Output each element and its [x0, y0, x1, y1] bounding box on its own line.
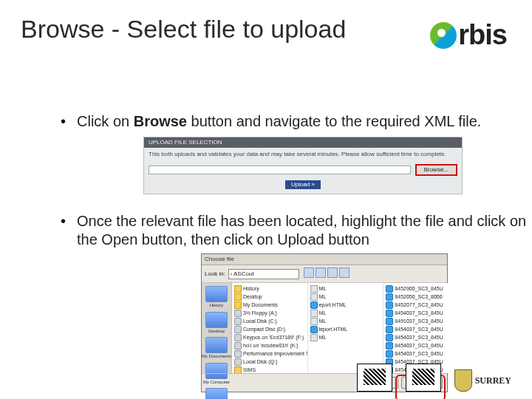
drive-icon — [234, 318, 242, 325]
file-icon — [310, 285, 318, 293]
text: Click on — [77, 113, 134, 129]
folder-icon — [234, 301, 242, 309]
file-entry[interactable]: 8454037_SC3_845U — [386, 325, 457, 333]
file-entry[interactable]: 8491037_SC3_845U — [386, 317, 457, 325]
file-column-3: 8452900_SC3_845U8452050_SC3_80008452077_… — [383, 283, 459, 373]
logo-text: rbis — [458, 19, 507, 50]
orbis-logo: rbis — [430, 18, 507, 51]
file-entry[interactable]: History — [234, 284, 305, 293]
file-entry[interactable]: 8454037_SC3_845U — [386, 349, 457, 358]
file-entry[interactable]: ML — [310, 317, 381, 325]
folder-icon — [234, 293, 242, 301]
file-icon — [310, 334, 318, 341]
file-entry[interactable]: SIMS — [234, 366, 305, 373]
places-bar: HistoryDesktopMy DocumentsMy ComputerMy … — [202, 283, 232, 373]
file-entry[interactable]: ML — [310, 284, 381, 293]
lookin-label: Look in: — [205, 270, 225, 278]
file-entry[interactable]: ML — [310, 333, 381, 341]
html-icon — [386, 310, 393, 317]
file-entry[interactable]: ML — [310, 309, 381, 317]
file-entry[interactable]: My Documents — [234, 301, 305, 309]
file-entry[interactable]: Performance Improvement Team on 'escdata… — [234, 349, 305, 358]
browse-button[interactable]: Browse... — [415, 164, 457, 176]
html-icon — [310, 301, 318, 309]
file-entry[interactable]: eport.HTML — [310, 301, 381, 309]
upload-panel-header: UPLOAD FILE SELECTION — [144, 137, 462, 148]
up-icon[interactable] — [316, 267, 326, 278]
instruction-step-1: Click on Browse button and navigate to t… — [50, 112, 532, 194]
folder-icon — [231, 273, 232, 275]
folder-icon — [234, 285, 242, 293]
dialog-toolbar — [302, 267, 349, 280]
place-desktop[interactable]: Desktop — [202, 312, 231, 335]
text: Once the relevant file has been located,… — [77, 213, 526, 248]
lookin-value: ASCout — [233, 270, 254, 278]
file-entry[interactable]: leport.HTML — [310, 325, 381, 333]
back-icon[interactable] — [304, 267, 314, 278]
html-icon — [386, 301, 393, 309]
folder-icon — [234, 366, 242, 374]
newfolder-icon[interactable] — [327, 267, 338, 278]
html-icon — [386, 326, 393, 333]
drive-icon — [234, 358, 242, 366]
upload-button[interactable]: Upload » — [285, 180, 321, 189]
file-entry[interactable]: 3½ Floppy (A:) — [234, 309, 305, 317]
file-icon — [310, 318, 318, 325]
file-icon — [310, 310, 318, 317]
file-entry[interactable]: Local Disk (Q:) — [234, 358, 305, 366]
brighton-hove-logo — [357, 364, 392, 392]
file-entry[interactable]: Desktop — [234, 293, 305, 301]
surrey-logo: SURREY — [454, 369, 511, 392]
upload-panel-message: This both uploads and validates your dat… — [144, 148, 462, 161]
file-entry[interactable]: ML — [310, 293, 381, 301]
drive-icon — [234, 310, 242, 317]
html-icon — [386, 342, 393, 349]
file-icon — [310, 293, 318, 301]
place-history[interactable]: History — [202, 286, 231, 309]
lookin-combo[interactable]: ASCout — [228, 269, 299, 279]
page-title: Browse - Select file to upload — [21, 15, 346, 44]
surrey-text: SURREY — [475, 375, 511, 386]
html-icon — [386, 285, 393, 293]
file-entry[interactable]: hd-l on 'ecsdew01h' (K:) — [234, 341, 305, 349]
shield-icon — [454, 369, 472, 392]
text: button and navigate to the required XML … — [187, 113, 481, 129]
east-sussex-logo — [406, 364, 441, 392]
drive-icon — [234, 326, 242, 333]
file-column-2: MLMLeport.HTMLMLMLleport.HTMLML — [308, 283, 384, 373]
place-my-documents[interactable]: My Documents — [202, 337, 231, 360]
footer-logos: SURREY — [357, 364, 511, 392]
html-icon — [386, 350, 393, 358]
file-entry[interactable]: 8452077_SC3_845U — [386, 301, 457, 309]
html-icon — [386, 334, 393, 341]
upload-panel-screenshot: UPLOAD FILE SELECTION This both uploads … — [143, 137, 463, 194]
logo-o-icon — [430, 22, 457, 49]
drive-icon — [234, 342, 242, 349]
text-bold: Browse — [134, 113, 187, 129]
file-entry[interactable]: Compact Disc (D:) — [234, 325, 305, 333]
file-entry[interactable]: 8452900_SC3_845U — [386, 284, 457, 293]
file-entry[interactable]: Local Disk (C:) — [234, 317, 305, 325]
file-entry[interactable]: 8454037_SC3_845U — [386, 341, 457, 349]
drive-icon — [234, 334, 242, 341]
upload-file-field[interactable] — [149, 166, 411, 174]
html-icon — [386, 293, 393, 301]
html-icon — [386, 318, 393, 325]
dialog-title: Choose file — [202, 254, 447, 265]
instruction-list: Click on Browse button and navigate to t… — [21, 112, 532, 399]
file-entry[interactable]: Keypos on 'Ecd37189' (F:) — [234, 333, 305, 341]
file-entry[interactable]: 8454037_SC3_845U — [386, 309, 457, 317]
file-entry[interactable]: 8452050_SC3_8000 — [386, 293, 457, 301]
html-icon — [310, 326, 318, 333]
views-icon[interactable] — [339, 267, 349, 278]
file-column-1: HistoryDesktopMy Documents3½ Floppy (A:)… — [232, 283, 308, 373]
file-entry[interactable]: 8454037_SC3_845U — [386, 333, 457, 341]
drive-icon — [234, 350, 242, 358]
